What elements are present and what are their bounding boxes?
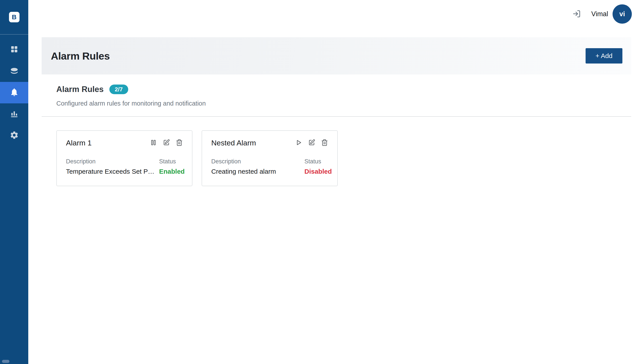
gear-icon xyxy=(10,130,19,140)
add-button[interactable]: + Add xyxy=(585,48,622,64)
topbar: Vimal vi xyxy=(28,0,643,37)
section-heading: Alarm Rules 2/7 xyxy=(56,84,643,94)
section-subtitle: Configured alarm rules for monitoring an… xyxy=(56,100,643,107)
status-field: Status Disabled xyxy=(304,158,332,175)
card-fields: Description Temperature Exceeds Set P… S… xyxy=(66,158,183,175)
section-title: Alarm Rules xyxy=(56,85,104,94)
description-value: Creating nested alarm xyxy=(211,168,304,175)
app-logo[interactable]: B xyxy=(9,12,20,22)
sidebar-item-database[interactable] xyxy=(0,60,28,82)
username[interactable]: Vimal xyxy=(591,10,608,18)
description-label: Description xyxy=(211,158,304,165)
alarm-cards-row: Alarm 1 xyxy=(56,130,643,186)
sidebar-item-alarms[interactable] xyxy=(0,82,28,103)
description-label: Description xyxy=(66,158,159,165)
trash-icon xyxy=(321,139,328,147)
scrollbar-thumb[interactable] xyxy=(2,360,10,363)
sidebar-item-settings[interactable] xyxy=(0,125,28,146)
play-button[interactable] xyxy=(295,139,302,147)
section-divider xyxy=(42,116,631,117)
sidebar-nav xyxy=(0,39,28,146)
status-value: Enabled xyxy=(159,168,185,175)
sidebar-divider xyxy=(0,34,28,34)
avatar[interactable]: vi xyxy=(612,4,632,24)
grid-icon xyxy=(10,45,19,55)
card-fields: Description Creating nested alarm Status… xyxy=(211,158,328,175)
avatar-initials: vi xyxy=(619,10,625,18)
database-icon xyxy=(10,66,19,76)
card-head: Nested Alarm xyxy=(211,139,328,147)
edit-button[interactable] xyxy=(308,139,315,147)
delete-button[interactable] xyxy=(321,139,328,147)
alarm-card-title: Alarm 1 xyxy=(66,139,92,147)
status-label: Status xyxy=(304,158,332,165)
description-value: Temperature Exceeds Set P… xyxy=(66,168,159,175)
user-cluster: Vimal vi xyxy=(572,4,632,24)
rules-section-header: Alarm Rules 2/7 Configured alarm rules f… xyxy=(56,84,643,107)
pause-icon xyxy=(150,139,157,147)
logo-letter: B xyxy=(12,13,17,21)
sidebar-item-analytics[interactable] xyxy=(0,103,28,125)
alarm-card-title: Nested Alarm xyxy=(211,139,256,147)
alarm-card: Nested Alarm xyxy=(202,130,338,186)
card-actions xyxy=(295,139,328,147)
bar-chart-icon xyxy=(10,109,19,119)
status-value: Disabled xyxy=(304,168,332,175)
description-field: Description Creating nested alarm xyxy=(211,158,304,175)
description-field: Description Temperature Exceeds Set P… xyxy=(66,158,159,175)
sidebar: B xyxy=(0,0,28,364)
bell-icon xyxy=(10,88,19,98)
app-root: B xyxy=(0,0,643,364)
status-label: Status xyxy=(159,158,185,165)
main-content: Vimal vi Alarm Rules + Add Alarm Rules 2… xyxy=(28,0,643,364)
login-icon xyxy=(572,10,581,18)
card-actions xyxy=(150,139,183,147)
card-head: Alarm 1 xyxy=(66,139,183,147)
page-title: Alarm Rules xyxy=(51,50,110,62)
status-field: Status Enabled xyxy=(159,158,185,175)
delete-button[interactable] xyxy=(176,139,183,147)
trash-icon xyxy=(176,139,183,147)
edit-button[interactable] xyxy=(163,139,170,147)
login-button[interactable] xyxy=(572,10,581,18)
sidebar-item-dashboard[interactable] xyxy=(0,39,28,60)
count-badge: 2/7 xyxy=(109,84,128,94)
page-header-band: Alarm Rules + Add xyxy=(42,37,631,74)
alarm-card: Alarm 1 xyxy=(56,130,192,186)
edit-icon xyxy=(163,139,170,147)
edit-icon xyxy=(308,139,315,147)
play-icon xyxy=(295,139,302,147)
pause-button[interactable] xyxy=(150,139,157,147)
